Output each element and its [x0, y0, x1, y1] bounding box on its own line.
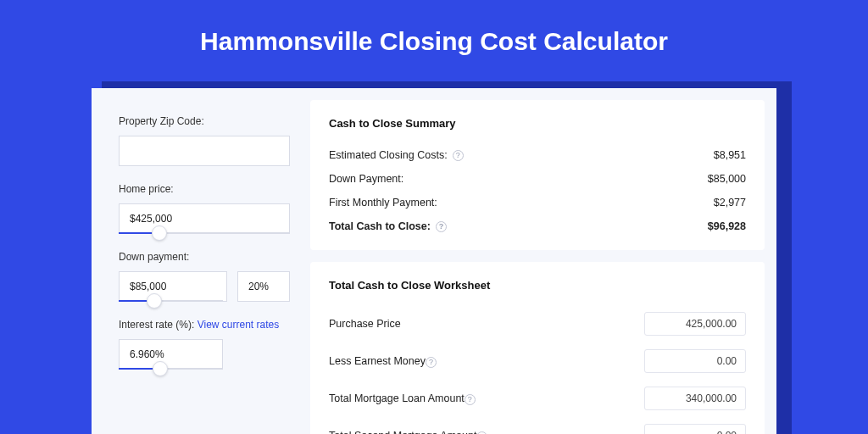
worksheet-row: Purchase Price	[329, 305, 746, 342]
worksheet-row-label: Total Mortgage Loan Amount?	[329, 392, 476, 405]
slider-thumb[interactable]	[147, 293, 162, 309]
interest-rate-input[interactable]	[119, 339, 223, 370]
zip-input[interactable]	[119, 136, 290, 166]
zip-field-group: Property Zip Code:	[119, 115, 290, 166]
slider-thumb[interactable]	[153, 361, 168, 376]
home-price-slider[interactable]	[119, 232, 290, 234]
summary-row-label: Down Payment:	[329, 173, 403, 185]
help-icon[interactable]: ?	[453, 150, 464, 161]
slider-thumb[interactable]	[152, 225, 167, 241]
interest-rate-slider[interactable]	[119, 368, 223, 370]
down-payment-input[interactable]	[119, 271, 227, 302]
interest-rate-field-group: Interest rate (%): View current rates	[119, 319, 290, 370]
summary-row-value: $85,000	[708, 173, 746, 185]
summary-panel: Cash to Close Summary Estimated Closing …	[310, 100, 765, 250]
help-icon[interactable]: ?	[476, 431, 487, 435]
worksheet-row-label: Less Earnest Money?	[329, 355, 437, 368]
home-price-field-group: Home price:	[119, 183, 290, 234]
worksheet-row-label: Purchase Price	[329, 318, 401, 330]
interest-rate-label: Interest rate (%): View current rates	[119, 319, 290, 331]
calculator-card: Property Zip Code: Home price: Down paym…	[92, 88, 776, 434]
worksheet-panel: Total Cash to Close Worksheet Purchase P…	[310, 262, 765, 434]
summary-row-value: $96,928	[708, 220, 746, 232]
summary-row: Total Cash to Close:?$96,928	[329, 214, 746, 238]
page-title: Hammonsville Closing Cost Calculator	[0, 0, 868, 56]
down-payment-label: Down payment:	[119, 251, 290, 263]
worksheet-value-input[interactable]	[644, 349, 746, 373]
down-payment-field-group: Down payment:	[119, 251, 290, 302]
worksheet-row: Less Earnest Money?	[329, 342, 746, 380]
results-column: Cash to Close Summary Estimated Closing …	[310, 100, 765, 434]
summary-row-label: First Monthly Payment:	[329, 197, 437, 209]
summary-row-label: Estimated Closing Costs:?	[329, 149, 464, 161]
summary-row: Down Payment:$85,000	[329, 167, 746, 191]
worksheet-row-label: Total Second Mortgage Amount?	[329, 430, 487, 435]
home-price-label: Home price:	[119, 183, 290, 195]
zip-label: Property Zip Code:	[119, 115, 290, 127]
help-icon[interactable]: ?	[465, 394, 476, 405]
summary-row-value: $8,951	[714, 149, 746, 161]
summary-row-value: $2,977	[714, 197, 746, 209]
worksheet-row: Total Second Mortgage Amount?	[329, 417, 746, 434]
down-payment-slider[interactable]	[119, 300, 223, 302]
summary-row: Estimated Closing Costs:?$8,951	[329, 143, 746, 167]
worksheet-title: Total Cash to Close Worksheet	[329, 279, 746, 292]
home-price-input[interactable]	[119, 203, 290, 234]
help-icon[interactable]: ?	[426, 357, 437, 368]
worksheet-value-input[interactable]	[644, 424, 746, 434]
worksheet-value-input[interactable]	[644, 312, 746, 336]
summary-row: First Monthly Payment:$2,977	[329, 191, 746, 214]
inputs-column: Property Zip Code: Home price: Down paym…	[103, 100, 298, 434]
down-payment-pct-input[interactable]	[237, 271, 290, 302]
worksheet-value-input[interactable]	[644, 387, 746, 410]
summary-row-label: Total Cash to Close:?	[329, 220, 447, 232]
summary-title: Cash to Close Summary	[329, 117, 746, 130]
worksheet-row: Total Mortgage Loan Amount?	[329, 380, 746, 417]
view-rates-link[interactable]: View current rates	[198, 319, 280, 331]
help-icon[interactable]: ?	[436, 221, 447, 232]
